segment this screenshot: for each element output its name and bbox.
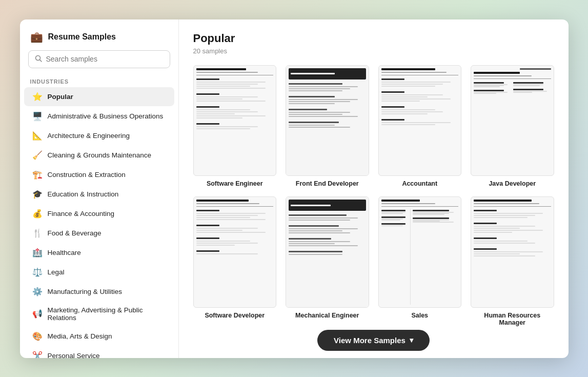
card-thumb-accountant (378, 65, 462, 176)
sidebar-label-healthcare: Healthcare (48, 249, 81, 256)
sidebar-label-legal: Legal (48, 268, 65, 276)
card-front-end-developer[interactable]: Front End Developer (286, 65, 369, 188)
card-sales[interactable]: Sales (378, 196, 462, 326)
sidebar-label-personal: Personal Service (48, 352, 100, 358)
sidebar-icon-cleaning: 🧹 (32, 150, 43, 160)
search-box[interactable] (28, 50, 170, 68)
resume-icon: 💼 (30, 31, 43, 43)
sidebar-icon-marketing: 📢 (32, 309, 43, 319)
sidebar-item-popular[interactable]: ⭐ Popular (24, 87, 174, 106)
main-panel: Popular 20 samples (179, 19, 569, 358)
sidebar: 💼 Resume Samples Industries ⭐ Popular 🖥️… (20, 19, 179, 358)
sidebar-item-cleaning[interactable]: 🧹 Cleaning & Grounds Maintenance (24, 146, 174, 165)
cards-grid: Software Engineer (193, 65, 554, 326)
sidebar-item-construction[interactable]: 🏗️ Construction & Extraction (24, 165, 174, 184)
sidebar-label-admin-business: Administrative & Business Operations (48, 112, 164, 120)
sidebar-label-media: Media, Arts & Design (48, 332, 112, 340)
card-thumb-mechanical-engineer (286, 196, 369, 308)
sidebar-label-architecture: Architecture & Engineering (48, 132, 130, 140)
sidebar-icon-finance: 💰 (32, 209, 43, 219)
sidebar-label-marketing: Marketing, Advertising & Public Relation… (48, 306, 166, 322)
sidebar-title: Resume Samples (48, 32, 116, 42)
view-more-label: View More Samples (334, 336, 405, 345)
card-thumb-hr-manager (471, 196, 554, 308)
sidebar-icon-construction: 🏗️ (32, 170, 43, 180)
card-label-software-engineer: Software Engineer (207, 180, 263, 187)
sidebar-label-food: Food & Beverage (48, 229, 102, 237)
main-content: Popular 20 samples (179, 19, 569, 358)
section-title: Popular (193, 32, 554, 45)
sidebar-item-marketing[interactable]: 📢 Marketing, Advertising & Public Relati… (24, 302, 174, 326)
sidebar-icon-education: 🎓 (32, 189, 43, 199)
sidebar-label-cleaning: Cleaning & Grounds Maintenance (48, 151, 152, 159)
sidebar-item-personal[interactable]: ✂️ Personal Service (24, 346, 174, 358)
sidebar-icon-media: 🎨 (32, 331, 43, 341)
card-thumb-front-end-developer (286, 65, 369, 176)
sidebar-item-admin-business[interactable]: 🖥️ Administrative & Business Operations (24, 107, 174, 126)
card-software-developer[interactable]: Software Developer (193, 196, 277, 326)
card-label-hr-manager: Human Resources Manager (471, 312, 554, 326)
sidebar-icon-popular: ⭐ (32, 92, 43, 102)
sidebar-item-legal[interactable]: ⚖️ Legal (24, 263, 174, 282)
sidebar-label-manufacturing: Manufacturing & Utilities (48, 288, 123, 295)
card-mechanical-engineer[interactable]: Mechanical Engineer (286, 196, 369, 326)
card-label-mechanical-engineer: Mechanical Engineer (295, 312, 359, 319)
sidebar-label-education: Education & Instruction (48, 190, 119, 198)
card-label-software-developer: Software Developer (205, 312, 265, 319)
sidebar-label-popular: Popular (48, 93, 73, 101)
card-label-sales: Sales (411, 312, 428, 319)
card-label-java-developer: Java Developer (489, 180, 536, 187)
card-thumb-sales (378, 196, 462, 308)
sidebar-label-finance: Finance & Accounting (48, 210, 115, 217)
sidebar-icon-admin-business: 🖥️ (32, 111, 43, 121)
sidebar-icon-legal: ⚖️ (32, 267, 43, 277)
sidebar-item-manufacturing[interactable]: ⚙️ Manufacturing & Utilities (24, 282, 174, 301)
card-software-engineer[interactable]: Software Engineer (193, 65, 277, 188)
card-hr-manager[interactable]: Human Resources Manager (471, 196, 554, 326)
sidebar-icon-healthcare: 🏥 (32, 248, 43, 257)
search-wrapper (20, 50, 178, 74)
sidebar-icon-manufacturing: ⚙️ (32, 287, 43, 296)
sidebar-item-finance[interactable]: 💰 Finance & Accounting (24, 204, 174, 223)
sidebar-items: ⭐ Popular 🖥️ Administrative & Business O… (20, 87, 178, 358)
search-input[interactable] (46, 55, 164, 63)
resume-samples-modal: 💼 Resume Samples Industries ⭐ Popular 🖥️… (20, 19, 569, 358)
view-more-button[interactable]: View More Samples ▾ (317, 330, 430, 351)
card-thumb-software-developer (193, 196, 277, 308)
search-icon (35, 55, 42, 64)
card-thumb-java-developer (471, 65, 554, 176)
section-subtitle: 20 samples (193, 47, 554, 55)
sidebar-label-construction: Construction & Extraction (48, 171, 126, 178)
sidebar-item-healthcare[interactable]: 🏥 Healthcare (24, 243, 174, 262)
sidebar-item-education[interactable]: 🎓 Education & Instruction (24, 185, 174, 204)
card-thumb-software-engineer (193, 65, 277, 176)
svg-line-1 (39, 59, 42, 62)
sidebar-item-media[interactable]: 🎨 Media, Arts & Design (24, 327, 174, 346)
sidebar-item-architecture[interactable]: 📐 Architecture & Engineering (24, 126, 174, 145)
chevron-down-icon: ▾ (410, 336, 413, 344)
sidebar-icon-food: 🍴 (32, 228, 43, 238)
industries-label: Industries (20, 74, 178, 87)
sidebar-icon-personal: ✂️ (32, 351, 43, 358)
sidebar-icon-architecture: 📐 (32, 131, 43, 141)
card-label-accountant: Accountant (402, 180, 437, 187)
card-label-front-end-developer: Front End Developer (296, 180, 359, 187)
card-accountant[interactable]: Accountant (378, 65, 462, 188)
sidebar-header: 💼 Resume Samples (20, 19, 178, 50)
sidebar-item-food[interactable]: 🍴 Food & Beverage (24, 224, 174, 243)
card-java-developer[interactable]: Java Developer (471, 65, 554, 188)
